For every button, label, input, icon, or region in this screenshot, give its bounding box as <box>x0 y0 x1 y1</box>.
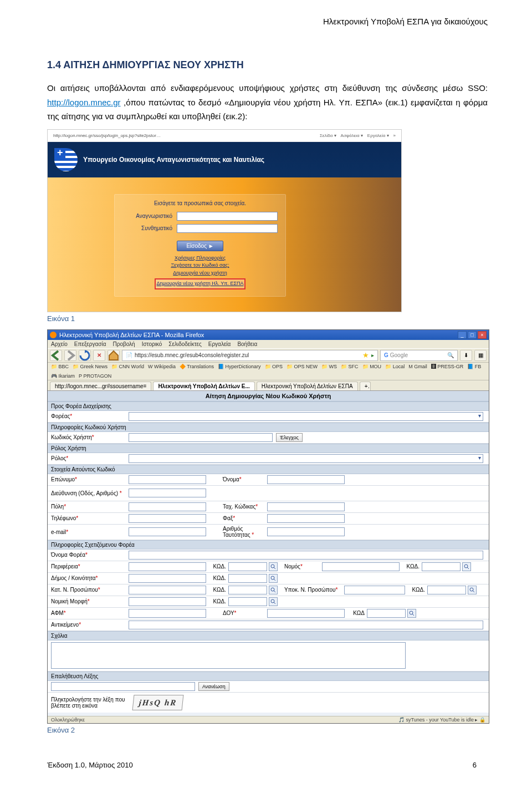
bookmark-hyperdict[interactable]: 📘 HyperDictionary <box>218 364 261 369</box>
bookmark-protagon[interactable]: P PROTAGON <box>79 373 111 379</box>
address-bar[interactable]: 📄 https://esub.mnec.gr/esub4console/regi… <box>122 350 378 361</box>
katn-input[interactable] <box>129 586 206 594</box>
tel-input[interactable] <box>129 514 206 523</box>
kodikos-input[interactable] <box>129 433 273 442</box>
fax-input[interactable] <box>267 514 345 523</box>
menu-help[interactable]: Βοήθεια <box>237 341 257 347</box>
window-maximize-button[interactable]: □ <box>468 331 477 339</box>
bookmark-fb[interactable]: 📘 FB <box>467 364 481 369</box>
doy-kod-input[interactable] <box>367 609 406 618</box>
check-button[interactable]: Έλεγχος <box>276 433 303 442</box>
create-espa-user-link[interactable]: Δημιουργία νέου χρήστη Ηλ. Υπ. ΕΣΠΑ <box>156 280 244 288</box>
ypok-kod-input[interactable] <box>427 586 466 594</box>
section-stoixeia-aitountos: Στοιχεία Αιτούντος Κωδικό <box>48 465 489 474</box>
menu-edit[interactable]: Επεξεργασία <box>74 341 106 347</box>
nomiki-search-icon[interactable] <box>269 597 278 606</box>
downloads-button[interactable]: ⬇ <box>460 350 472 361</box>
useful-info-link[interactable]: Χρήσιμες Πληροφορίες <box>122 255 278 262</box>
label-perif-kod: ΚΩΔ. <box>206 563 228 570</box>
onoma-input[interactable] <box>267 475 345 484</box>
password-input[interactable] <box>177 224 278 233</box>
perif-kod-input[interactable] <box>228 562 267 571</box>
menu-view[interactable]: Προβολή <box>112 341 135 347</box>
bookmark-pressgr[interactable]: 🅱 PRESS-GR <box>431 364 464 369</box>
new-tab-button[interactable]: + <box>360 382 371 390</box>
bookmark-ikariam[interactable]: 🎮 Ikariam <box>51 373 75 379</box>
window-minimize-button[interactable]: _ <box>458 331 467 339</box>
doy-input[interactable] <box>267 609 345 618</box>
svg-line-7 <box>274 591 275 592</box>
ypok-search-icon[interactable] <box>468 586 477 594</box>
poli-input[interactable] <box>129 502 206 511</box>
svg-line-9 <box>473 591 474 592</box>
eponymo-input[interactable] <box>129 475 206 484</box>
toolbar-link-page[interactable]: Σελίδα ▾ <box>320 133 336 138</box>
window-close-button[interactable]: × <box>478 331 487 339</box>
bookmark-mou[interactable]: 📁 MOU <box>362 364 382 369</box>
create-user-link[interactable]: Δημιουργία νέου χρήστη <box>122 270 278 277</box>
bookmark-ops-new[interactable]: 📁 OPS NEW <box>287 364 318 369</box>
go-button[interactable]: ▸ <box>371 352 374 358</box>
nomos-input[interactable] <box>322 562 400 571</box>
menu-history[interactable]: Ιστορικό <box>142 341 162 347</box>
reload-button[interactable] <box>79 350 91 361</box>
bookmark-sfc[interactable]: 📁 SFC <box>341 364 359 369</box>
antik-input[interactable] <box>129 621 483 629</box>
arith-input[interactable] <box>267 527 345 536</box>
bookmark-bbc[interactable]: 📁 BBC <box>51 364 69 369</box>
dimos-search-icon[interactable] <box>269 574 278 583</box>
tab-2-active[interactable]: Ηλεκτρονική Υποβολή Δελτίων Ε... <box>153 382 254 390</box>
bookmark-star-icon[interactable]: ★ <box>362 351 369 359</box>
bookmark-wikipedia[interactable]: W Wikipedia <box>148 364 176 369</box>
dimos-input[interactable] <box>129 574 206 583</box>
ypok-input[interactable] <box>344 586 405 594</box>
toolbar-link-security[interactable]: Ασφάλεια ▾ <box>341 133 363 138</box>
dimos-kod-input[interactable] <box>228 574 267 583</box>
bookmark-cnn[interactable]: 📁 CNN World <box>111 364 144 369</box>
bookmark-ops[interactable]: 📁 OPS <box>265 364 283 369</box>
dieu-input[interactable] <box>129 489 206 497</box>
menu-file[interactable]: Αρχείο <box>51 341 68 347</box>
captcha-input[interactable] <box>51 682 195 691</box>
refresh-captcha-button[interactable]: Ανανέωση <box>198 682 229 691</box>
sxolia-textarea[interactable] <box>51 642 406 669</box>
perif-input[interactable] <box>129 562 206 571</box>
nomos-search-icon[interactable] <box>462 562 471 571</box>
search-go-icon[interactable]: 🔍 <box>447 352 454 358</box>
menu-tools[interactable]: Εργαλεία <box>208 341 231 347</box>
bookmark-greek-news[interactable]: 📁 Greek News <box>73 364 108 369</box>
afm-input[interactable] <box>129 609 206 618</box>
search-input[interactable]: G Google 🔍 <box>380 350 458 361</box>
bookmark-gmail[interactable]: M Gmail <box>408 364 427 369</box>
stop-button[interactable]: ✕ <box>93 350 105 361</box>
katn-search-icon[interactable] <box>269 586 278 594</box>
foreas-select[interactable] <box>129 412 483 421</box>
forward-button[interactable] <box>64 350 76 361</box>
tab-1[interactable]: http://logon.mnec...gr#ssousername= <box>50 382 151 390</box>
login-button[interactable]: Είσοδος ► <box>177 241 223 251</box>
toolbar-extra-button[interactable]: ▦ <box>474 350 487 361</box>
email-input[interactable] <box>129 527 206 536</box>
nomiki-input[interactable] <box>129 597 206 606</box>
tab-3[interactable]: Ηλεκτρονική Υποβολή Δελτίων ΕΣΠΑ <box>257 382 358 390</box>
browser-url-bar[interactable]: http://logon.mnec.gr/sso/jsp/login_ops.j… <box>53 133 315 138</box>
menu-bookmarks[interactable]: Σελιδοδείκτες <box>168 341 201 347</box>
back-button[interactable] <box>50 350 62 361</box>
sso-link[interactable]: http://logon.mnec.gr <box>47 98 121 107</box>
doy-search-icon[interactable] <box>407 609 416 618</box>
perif-search-icon[interactable] <box>269 562 278 571</box>
nomiki-kod-input[interactable] <box>228 597 267 606</box>
nomos-kod-input[interactable] <box>422 562 461 571</box>
section-sxetizomenou-forea: Πληροφορίες Σχετιζόμενου Φορέα <box>48 540 489 550</box>
katn-kod-input[interactable] <box>228 586 267 594</box>
username-input[interactable] <box>177 212 278 221</box>
home-button[interactable] <box>108 350 120 361</box>
rolos-select[interactable] <box>129 454 483 463</box>
bookmark-ws[interactable]: 📁 WS <box>321 364 337 369</box>
forgot-password-link[interactable]: Ξεχάσατε τον Κωδικό σας; <box>122 262 278 270</box>
bookmark-translations[interactable]: 🔶 Translations <box>180 364 214 369</box>
tk-input[interactable] <box>267 502 345 511</box>
bookmark-local[interactable]: 📁 Local <box>385 364 405 369</box>
onoma-forea-input[interactable] <box>129 551 483 560</box>
toolbar-link-tools[interactable]: Εργαλεία ▾ <box>367 133 389 138</box>
